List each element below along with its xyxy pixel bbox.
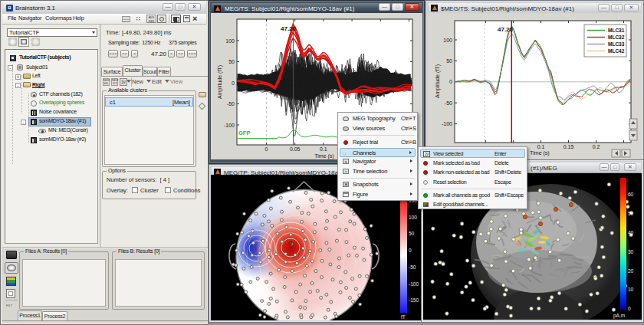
svg-text:30: 30 <box>628 249 634 254</box>
svg-text:0: 0 <box>232 80 235 86</box>
svg-text:-100: -100 <box>442 121 452 126</box>
svg-text:10: 10 <box>628 287 634 292</box>
svg-text:0: 0 <box>409 248 412 253</box>
svg-text:-100: -100 <box>224 123 235 128</box>
svg-text:-50: -50 <box>227 101 235 107</box>
svg-text:40: 40 <box>628 230 634 235</box>
svg-text:-50: -50 <box>409 264 416 270</box>
svg-text:0: 0 <box>628 306 631 311</box>
svg-text:0.1: 0.1 <box>537 144 545 149</box>
svg-text:-150: -150 <box>409 297 419 303</box>
svg-text:MLC31: MLC31 <box>608 28 625 33</box>
svg-text:Time (s): Time (s) <box>530 150 549 156</box>
svg-text:fT: fT <box>401 314 406 320</box>
svg-text:0.15: 0.15 <box>564 144 574 149</box>
svg-text:0: 0 <box>449 79 452 84</box>
svg-text:100: 100 <box>409 215 417 220</box>
svg-text:MLC42: MLC42 <box>608 48 625 54</box>
svg-text:100: 100 <box>443 38 452 43</box>
svg-text:47.20: 47.20 <box>498 26 514 33</box>
svg-text:60: 60 <box>628 192 634 197</box>
svg-text:Time (s): Time (s) <box>314 153 334 159</box>
svg-text:0.1: 0.1 <box>320 146 327 152</box>
svg-text:100: 100 <box>225 38 235 44</box>
svg-text:50: 50 <box>409 231 415 236</box>
svg-text:0: 0 <box>265 146 268 152</box>
svg-text:47.20: 47.20 <box>281 25 297 32</box>
svg-text:Amplitude (fT): Amplitude (fT) <box>435 64 441 98</box>
svg-text:-50: -50 <box>445 100 452 106</box>
svg-text:GFP: GFP <box>238 130 250 136</box>
svg-text:MLC33: MLC33 <box>608 41 625 47</box>
svg-text:0.05: 0.05 <box>290 146 301 152</box>
svg-text:0.2: 0.2 <box>593 144 600 149</box>
svg-text:pA.m: pA.m <box>613 313 625 319</box>
svg-text:50: 50 <box>628 211 634 216</box>
svg-text:MLC32: MLC32 <box>608 34 625 40</box>
svg-text:-100: -100 <box>409 281 419 287</box>
svg-text:50: 50 <box>446 58 452 64</box>
svg-text:20: 20 <box>628 268 634 274</box>
svg-text:50: 50 <box>228 59 235 64</box>
svg-text:Amplitude (fT): Amplitude (fT) <box>217 65 223 99</box>
